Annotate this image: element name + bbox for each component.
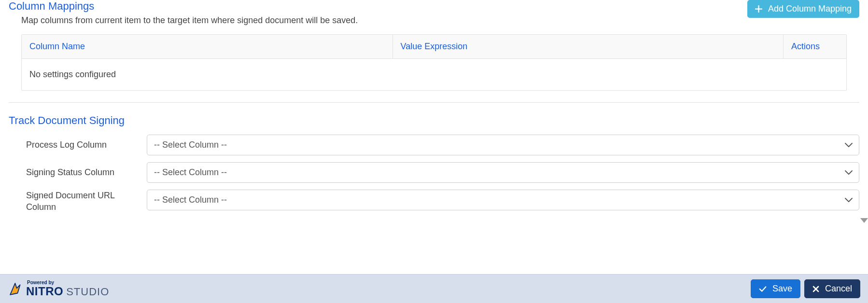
chevron-down-icon [845, 198, 853, 203]
table-header-row: Column Name Value Expression Actions [22, 35, 846, 59]
plus-icon [755, 5, 765, 13]
nitro-logo-icon [8, 281, 24, 297]
signing-status-column-select[interactable]: -- Select Column -- [147, 162, 859, 183]
chevron-down-icon [845, 170, 853, 175]
empty-state-message: No settings configured [22, 59, 124, 90]
footer-bar: Powered by NITRO STUDIO Save Cancel [0, 274, 868, 303]
chevron-down-icon [845, 143, 853, 148]
cancel-button-label: Cancel [825, 284, 852, 294]
signing-status-column-value: -- Select Column -- [154, 167, 227, 178]
signing-status-column-label: Signing Status Column [26, 166, 147, 178]
signed-url-column-value: -- Select Column -- [154, 195, 227, 205]
check-icon [759, 286, 770, 292]
signed-url-column-select[interactable]: -- Select Column -- [147, 190, 859, 210]
add-column-mapping-label: Add Column Mapping [768, 4, 852, 14]
nitro-studio-logo: Powered by NITRO STUDIO [8, 280, 109, 297]
column-header-name: Column Name [22, 35, 393, 58]
track-signing-title: Track Document Signing [9, 114, 859, 127]
column-mappings-table: Column Name Value Expression Actions No … [21, 34, 847, 91]
close-icon [812, 286, 822, 292]
table-row: No settings configured [22, 59, 846, 90]
column-mappings-description: Map columns from current item to the tar… [21, 15, 358, 26]
column-mappings-section: Column Mappings Map columns from current… [9, 0, 859, 91]
column-mappings-title: Column Mappings [9, 0, 358, 13]
signed-url-column-label: Signed Document URL Column [26, 190, 147, 213]
column-header-actions: Actions [784, 35, 846, 58]
main-scroll-area[interactable]: Column Mappings Map columns from current… [0, 0, 868, 274]
track-document-signing-section: Track Document Signing Process Log Colum… [9, 102, 859, 213]
logo-brand-bold: NITRO [26, 286, 63, 297]
save-button[interactable]: Save [751, 279, 800, 298]
cancel-button[interactable]: Cancel [804, 279, 860, 298]
logo-brand-light: STUDIO [66, 287, 109, 297]
column-header-expression: Value Expression [393, 35, 784, 58]
scroll-down-indicator-icon [860, 218, 868, 223]
process-log-column-select[interactable]: -- Select Column -- [147, 135, 859, 155]
process-log-column-value: -- Select Column -- [154, 140, 227, 150]
save-button-label: Save [772, 284, 792, 294]
process-log-column-label: Process Log Column [26, 139, 147, 151]
add-column-mapping-button[interactable]: Add Column Mapping [747, 0, 859, 18]
